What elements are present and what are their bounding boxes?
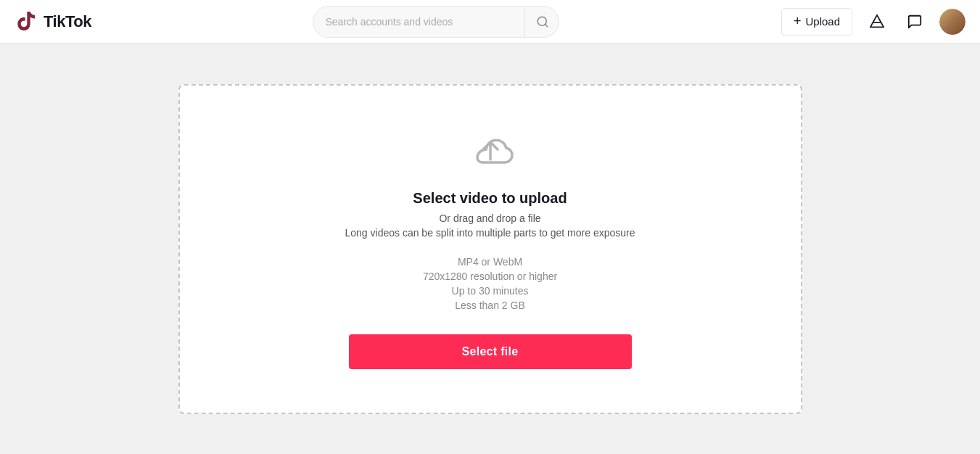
upload-label: Upload (805, 15, 840, 28)
spec-size: Less than 2 GB (455, 300, 525, 311)
search-input[interactable] (313, 6, 559, 38)
upload-specs: MP4 or WebM 720x1280 resolution or highe… (423, 256, 557, 311)
spec-resolution: 720x1280 resolution or higher (423, 271, 557, 282)
tiktok-logo-icon (15, 10, 38, 33)
upload-subtitle: Or drag and drop a file (439, 212, 540, 224)
header-right: + Upload (781, 8, 965, 36)
filter-icon (869, 14, 885, 30)
header: TikTok + Upload (0, 0, 980, 44)
main-content: Select video to upload Or drag and drop … (0, 44, 980, 454)
search-icon (536, 15, 549, 28)
messages-button[interactable] (902, 9, 928, 35)
avatar[interactable] (939, 9, 965, 35)
brand-name: TikTok (44, 12, 91, 31)
filter-button[interactable] (864, 9, 890, 35)
header-center (91, 6, 781, 38)
upload-button[interactable]: + Upload (781, 8, 852, 36)
spec-duration: Up to 30 minutes (452, 285, 529, 297)
search-button[interactable] (524, 6, 559, 38)
search-container (313, 6, 559, 38)
avatar-image (939, 9, 965, 35)
select-file-button[interactable]: Select file (349, 334, 632, 369)
svg-line-1 (545, 24, 547, 26)
upload-hint: Long videos can be split into multiple p… (345, 227, 635, 239)
spec-format: MP4 or WebM (458, 256, 522, 268)
upload-drop-zone[interactable]: Select video to upload Or drag and drop … (178, 84, 802, 414)
upload-cloud-icon (464, 129, 516, 176)
svg-marker-2 (870, 15, 884, 27)
logo-link[interactable]: TikTok (15, 10, 91, 33)
upload-title: Select video to upload (413, 190, 567, 207)
plus-icon: + (794, 14, 802, 29)
messages-icon (907, 14, 923, 30)
